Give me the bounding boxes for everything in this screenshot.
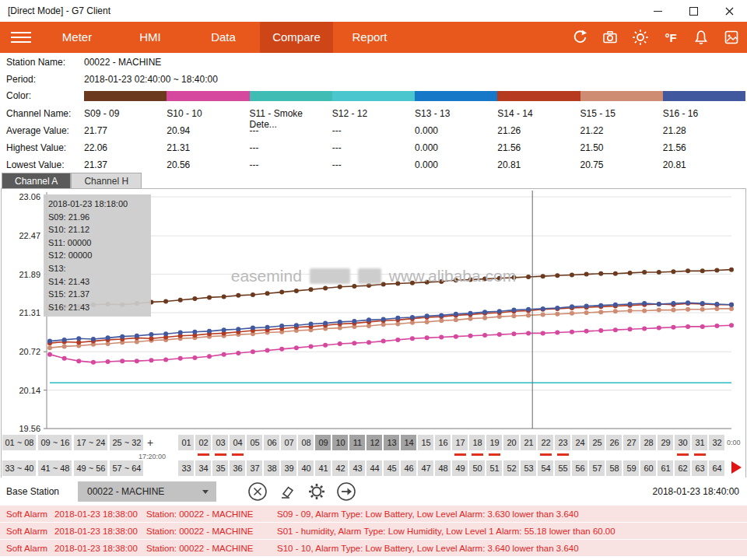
tab-channel-a[interactable]: Channel A — [2, 173, 71, 188]
time-cell-38[interactable]: 38 — [264, 460, 280, 477]
time-cell-18[interactable]: 18 — [469, 435, 486, 451]
time-cell-59[interactable]: 59 — [623, 460, 640, 477]
time-cell-19[interactable]: 19 — [486, 435, 503, 451]
nav-item-meter[interactable]: Meter — [40, 22, 114, 53]
time-cell-54[interactable]: 54 — [538, 460, 554, 477]
time-cell-26[interactable]: 26 — [606, 435, 622, 451]
alarm-row[interactable]: Soft Alarm2018-01-23 18:38:00Station: 00… — [0, 523, 747, 539]
time-cell-10[interactable]: 10 — [332, 435, 349, 451]
time-cell-35[interactable]: 35 — [212, 460, 229, 477]
time-cell-48[interactable]: 48 — [435, 460, 451, 477]
time-cell-09[interactable]: 09 — [315, 435, 331, 451]
snapshot-frame-icon[interactable] — [722, 28, 741, 47]
settings-button[interactable] — [307, 481, 327, 502]
alarm-row[interactable]: Soft Alarm2018-01-23 18:38:00Station: 00… — [0, 540, 747, 556]
expand-button[interactable]: + — [144, 435, 156, 451]
time-cell-40[interactable]: 40 — [298, 460, 314, 477]
time-cell-64[interactable]: 64 — [709, 460, 725, 477]
range-cell-57~64[interactable]: 57 ~ 64 — [110, 460, 144, 477]
nav-item-compare[interactable]: Compare — [260, 22, 333, 53]
time-cell-14[interactable]: 14 — [401, 435, 417, 451]
time-cell-11[interactable]: 11 — [349, 435, 366, 451]
time-cell-03[interactable]: 03 — [212, 435, 229, 451]
tab-channel-h[interactable]: Channel H — [71, 173, 142, 188]
time-cell-08[interactable]: 08 — [298, 435, 314, 451]
time-cell-52[interactable]: 52 — [503, 460, 520, 477]
base-station-dropdown[interactable]: 00022 - MACHINE — [78, 481, 216, 502]
time-cell-47[interactable]: 47 — [418, 460, 434, 477]
time-cell-34[interactable]: 34 — [195, 460, 212, 477]
time-cell-39[interactable]: 39 — [281, 460, 297, 477]
time-cell-53[interactable]: 53 — [521, 460, 537, 477]
range-cell-25~32[interactable]: 25 ~ 32 — [110, 435, 144, 451]
time-cell-33[interactable]: 33 — [178, 460, 195, 477]
time-cell-37[interactable]: 37 — [247, 460, 263, 477]
time-cell-16[interactable]: 16 — [435, 435, 451, 451]
erase-button[interactable] — [277, 481, 297, 502]
time-cell-30[interactable]: 30 — [675, 435, 691, 451]
range-cell-01~08[interactable]: 01 ~ 08 — [2, 435, 37, 451]
time-cell-04[interactable]: 04 — [230, 435, 246, 451]
clear-button[interactable] — [247, 481, 268, 502]
time-cell-46[interactable]: 46 — [401, 460, 417, 477]
range-cell-49~56[interactable]: 49 ~ 56 — [74, 460, 108, 477]
refresh-icon[interactable] — [570, 28, 589, 47]
time-cell-32[interactable]: 32 — [709, 435, 725, 451]
time-cell-57[interactable]: 57 — [589, 460, 605, 477]
time-cell-63[interactable]: 63 — [692, 460, 708, 477]
maximize-button[interactable] — [675, 0, 711, 22]
time-cell-45[interactable]: 45 — [384, 460, 400, 477]
time-cell-51[interactable]: 51 — [486, 460, 503, 477]
close-button[interactable] — [711, 0, 747, 22]
time-cell-28[interactable]: 28 — [640, 435, 657, 451]
time-cell-36[interactable]: 36 — [230, 460, 246, 477]
time-cell-05[interactable]: 05 — [247, 435, 263, 451]
time-cell-24[interactable]: 24 — [572, 435, 588, 451]
range-cell-17~24[interactable]: 17 ~ 24 — [74, 435, 108, 451]
time-cell-43[interactable]: 43 — [349, 460, 366, 477]
time-cell-17[interactable]: 17 — [452, 435, 468, 451]
time-cell-50[interactable]: 50 — [469, 460, 486, 477]
time-cell-23[interactable]: 23 — [555, 435, 571, 451]
time-cell-29[interactable]: 29 — [658, 435, 674, 451]
time-cell-41[interactable]: 41 — [315, 460, 331, 477]
time-cell-60[interactable]: 60 — [640, 460, 657, 477]
next-page-arrow[interactable] — [731, 461, 742, 474]
time-cell-21[interactable]: 21 — [521, 435, 537, 451]
time-cell-44[interactable]: 44 — [366, 460, 383, 477]
time-cell-01[interactable]: 01 — [178, 435, 195, 451]
time-cell-42[interactable]: 42 — [332, 460, 349, 477]
time-cell-25[interactable]: 25 — [589, 435, 605, 451]
y-tick-label: 19.56 — [19, 424, 40, 433]
time-cell-07[interactable]: 07 — [281, 435, 297, 451]
camera-icon[interactable] — [601, 28, 619, 47]
minimize-button[interactable] — [640, 0, 675, 22]
temperature-unit-button[interactable]: °F — [661, 28, 680, 47]
time-cell-12[interactable]: 12 — [366, 435, 383, 451]
brightness-icon[interactable] — [631, 28, 650, 47]
time-cell-62[interactable]: 62 — [675, 460, 691, 477]
time-cell-61[interactable]: 61 — [658, 460, 674, 477]
nav-item-report[interactable]: Report — [333, 22, 406, 53]
hamburger-menu-icon[interactable] — [11, 32, 31, 43]
time-cell-55[interactable]: 55 — [555, 460, 571, 477]
range-cell-09~16[interactable]: 09 ~ 16 — [38, 435, 72, 451]
time-cell-15[interactable]: 15 — [418, 435, 434, 451]
time-cell-31[interactable]: 31 — [692, 435, 708, 451]
time-cell-27[interactable]: 27 — [623, 435, 640, 451]
time-cell-22[interactable]: 22 — [538, 435, 554, 451]
time-cell-56[interactable]: 56 — [572, 460, 588, 477]
alarm-bell-icon[interactable] — [692, 28, 710, 47]
time-cell-49[interactable]: 49 — [452, 460, 468, 477]
nav-item-hmi[interactable]: HMI — [114, 22, 187, 53]
time-cell-02[interactable]: 02 — [195, 435, 212, 451]
time-cell-20[interactable]: 20 — [503, 435, 520, 451]
range-cell-41~48[interactable]: 41 ~ 48 — [38, 460, 72, 477]
time-cell-06[interactable]: 06 — [264, 435, 280, 451]
nav-item-data[interactable]: Data — [187, 22, 260, 53]
alarm-row[interactable]: Soft Alarm2018-01-23 18:38:00Station: 00… — [0, 506, 747, 522]
export-button[interactable] — [336, 481, 356, 502]
range-cell-33~40[interactable]: 33 ~ 40 — [2, 460, 37, 477]
time-cell-58[interactable]: 58 — [606, 460, 622, 477]
time-cell-13[interactable]: 13 — [384, 435, 400, 451]
